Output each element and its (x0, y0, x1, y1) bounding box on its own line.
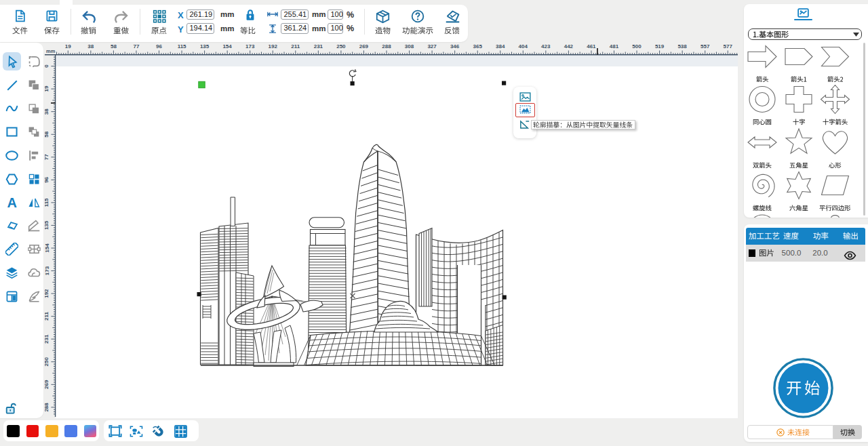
svg-text:250: 250 (336, 43, 346, 49)
svg-text:288: 288 (45, 403, 50, 412)
svg-text:58: 58 (45, 131, 50, 137)
svg-text:0: 0 (45, 64, 50, 68)
svg-text:19: 19 (65, 43, 71, 49)
svg-text:500: 500 (632, 43, 642, 49)
svg-text:192: 192 (269, 43, 278, 49)
svg-text:231: 231 (45, 334, 50, 344)
svg-text:461: 461 (587, 43, 596, 49)
svg-text:115: 115 (178, 43, 186, 49)
svg-text:77: 77 (133, 43, 139, 49)
svg-text:538: 538 (677, 43, 687, 49)
svg-text:154: 154 (45, 243, 50, 253)
svg-text:481: 481 (610, 43, 619, 49)
svg-text:404: 404 (519, 43, 528, 49)
svg-text:mm: mm (46, 48, 56, 54)
svg-text:365: 365 (473, 43, 483, 49)
svg-text:423: 423 (541, 43, 551, 49)
svg-text:577: 577 (724, 43, 733, 49)
svg-text:77: 77 (45, 154, 50, 160)
svg-text:308: 308 (405, 43, 414, 49)
svg-text:288: 288 (382, 43, 391, 49)
svg-text:96: 96 (156, 43, 162, 49)
svg-text:154: 154 (222, 43, 232, 49)
svg-text:96: 96 (45, 176, 50, 182)
svg-text:173: 173 (245, 43, 255, 49)
svg-text:173: 173 (45, 266, 50, 275)
svg-text:211: 211 (45, 312, 50, 321)
svg-text:557: 557 (701, 43, 710, 49)
svg-text:384: 384 (496, 43, 505, 49)
svg-text:346: 346 (450, 43, 460, 49)
svg-text:269: 269 (45, 380, 50, 389)
svg-text:135: 135 (45, 220, 50, 230)
svg-text:192: 192 (45, 289, 50, 298)
svg-text:519: 519 (655, 43, 665, 49)
svg-text:442: 442 (564, 43, 574, 49)
svg-text:19: 19 (45, 85, 50, 92)
svg-text:38: 38 (45, 108, 50, 115)
svg-text:211: 211 (291, 43, 300, 49)
svg-text:58: 58 (111, 43, 117, 49)
svg-text:38: 38 (87, 43, 94, 49)
svg-text:327: 327 (427, 43, 437, 49)
svg-text:115: 115 (45, 198, 50, 207)
svg-text:135: 135 (200, 43, 210, 49)
svg-text:250: 250 (45, 357, 50, 367)
svg-text:231: 231 (314, 43, 323, 49)
svg-text:269: 269 (359, 43, 369, 49)
